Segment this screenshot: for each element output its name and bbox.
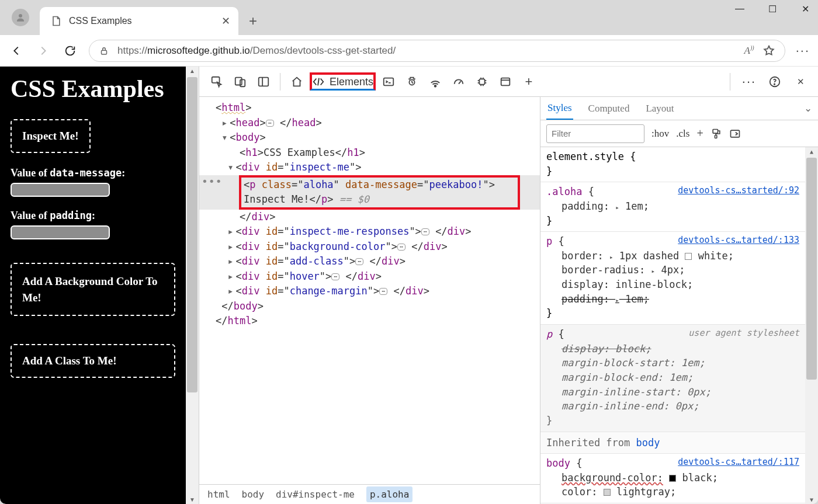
forward-button[interactable] — [35, 43, 51, 59]
rule-p-ua: p {user agent stylesheet display: block;… — [540, 325, 805, 432]
help-icon[interactable] — [764, 71, 785, 92]
layout-tab[interactable]: Layout — [644, 98, 675, 119]
inherited-from: Inherited from body — [540, 432, 805, 454]
computed-tab[interactable]: Computed — [587, 98, 631, 119]
rule-p[interactable]: p {devtools-cs…tarted/:133 border: ▸ 1px… — [540, 232, 805, 325]
rule-element-style[interactable]: element.style { } — [540, 147, 805, 182]
toolbar: https://microsoftedge.github.io/Demos/de… — [0, 35, 818, 67]
application-tab-icon[interactable] — [495, 71, 516, 92]
lock-icon — [99, 46, 109, 56]
add-class-box[interactable]: Add A Class To Me! — [11, 344, 175, 378]
maximize-button[interactable]: ☐ — [764, 4, 781, 15]
svg-rect-7 — [384, 78, 394, 85]
svg-rect-5 — [259, 77, 269, 86]
read-aloud-icon[interactable]: A)) — [744, 44, 754, 57]
styles-more-icon[interactable]: ⌄ — [804, 102, 812, 114]
paint-icon[interactable] — [710, 128, 722, 140]
svg-rect-12 — [501, 78, 510, 85]
performance-tab-icon[interactable] — [448, 71, 469, 92]
source-link[interactable]: devtools-cs…tarted/:117 — [678, 456, 799, 471]
crumb-body[interactable]: body — [242, 489, 265, 500]
svg-rect-17 — [715, 135, 716, 138]
favorite-icon[interactable] — [762, 44, 775, 57]
rule-body[interactable]: body {devtools-cs…tarted/:117 background… — [540, 454, 805, 503]
memory-tab-icon[interactable] — [472, 71, 493, 92]
source-link[interactable]: devtools-cs…tarted/:133 — [678, 234, 799, 249]
svg-rect-2 — [212, 77, 220, 82]
label-data-message: Value of data-message: — [11, 167, 175, 179]
svg-rect-4 — [240, 79, 245, 86]
close-devtools-icon[interactable]: ✕ — [790, 71, 811, 92]
network-tab-icon[interactable] — [425, 71, 446, 92]
console-tab-icon[interactable] — [378, 71, 399, 92]
tab-title: CSS Examples — [69, 16, 132, 26]
welcome-tab-icon[interactable] — [286, 71, 307, 92]
styles-pane: Styles Computed Layout ⌄ :hov .cls + — [540, 97, 818, 504]
rule-aloha[interactable]: .aloha {devtools-cs…started/:92 padding:… — [540, 182, 805, 232]
new-style-rule-icon[interactable]: + — [696, 127, 703, 140]
sources-tab-icon[interactable] — [401, 71, 422, 92]
rendered-page: CSS Examples Inspect Me! Value of data-m… — [0, 67, 186, 504]
styles-filter-input[interactable] — [546, 124, 644, 143]
close-tab-icon[interactable]: ✕ — [221, 15, 230, 27]
more-menu-icon[interactable]: ··· — [796, 43, 810, 58]
svg-point-10 — [435, 85, 436, 86]
more-tabs-icon[interactable]: + — [518, 71, 539, 92]
page-scrollbar[interactable]: ▲ ▼ — [186, 67, 199, 504]
crumb-div[interactable]: div#inspect-me — [276, 489, 355, 500]
svg-rect-1 — [102, 50, 107, 54]
window-titlebar: CSS Examples ✕ + — ☐ ✕ — [0, 0, 818, 35]
new-tab-button[interactable]: + — [249, 13, 257, 29]
device-emulation-icon[interactable] — [230, 71, 251, 92]
dom-tree[interactable]: <html> ▸<head>⋯ </head> ▾<body> <h1>CSS … — [199, 97, 540, 484]
padding-input[interactable] — [11, 225, 110, 239]
label-padding: Value of padding: — [11, 210, 175, 222]
svg-point-0 — [19, 14, 22, 18]
inspect-me-box[interactable]: Inspect Me! — [11, 119, 91, 153]
breadcrumb[interactable]: html body div#inspect-me p.aloha — [199, 484, 540, 504]
profile-avatar[interactable] — [12, 9, 29, 26]
page-heading: CSS Examples — [11, 75, 175, 103]
cls-button[interactable]: .cls — [676, 128, 689, 140]
svg-rect-3 — [235, 77, 242, 85]
svg-rect-16 — [713, 129, 718, 133]
minimize-button[interactable]: — — [732, 4, 748, 15]
devtools: Elements + ··· ✕ <html> ▸<head>⋯ </head>… — [199, 67, 818, 504]
elements-tab[interactable]: Elements — [310, 72, 376, 91]
svg-point-15 — [774, 84, 775, 84]
data-message-input[interactable] — [11, 183, 110, 197]
inspect-element-icon[interactable] — [206, 71, 227, 92]
devtools-more-icon[interactable]: ··· — [739, 71, 760, 92]
source-link[interactable]: devtools-cs…started/:92 — [678, 185, 799, 199]
address-bar[interactable]: https://microsoftedge.github.io/Demos/de… — [89, 40, 785, 62]
devtools-toolbar: Elements + ··· ✕ — [199, 67, 818, 97]
panel-toggle-icon[interactable] — [729, 128, 741, 140]
url-text: https://microsoftedge.github.io/Demos/de… — [117, 45, 736, 57]
close-window-button[interactable]: ✕ — [797, 4, 813, 15]
hov-button[interactable]: :hov — [651, 128, 669, 140]
browser-tab[interactable]: CSS Examples ✕ — [40, 7, 238, 35]
bgcolor-box[interactable]: Add A Background Color To Me! — [11, 263, 175, 316]
page-icon — [50, 15, 62, 27]
svg-rect-11 — [479, 79, 484, 84]
styles-scrollbar[interactable]: ▲ ▼ — [805, 147, 818, 504]
reload-button[interactable] — [62, 43, 78, 59]
back-button[interactable] — [8, 43, 25, 59]
sidebar-toggle-icon[interactable] — [253, 71, 274, 92]
styles-tab[interactable]: Styles — [546, 98, 573, 120]
crumb-p[interactable]: p.aloha — [366, 486, 413, 502]
crumb-html[interactable]: html — [207, 489, 230, 500]
selected-dom-node[interactable]: ••• <p class="aloha" data-message="peeka… — [199, 175, 540, 210]
